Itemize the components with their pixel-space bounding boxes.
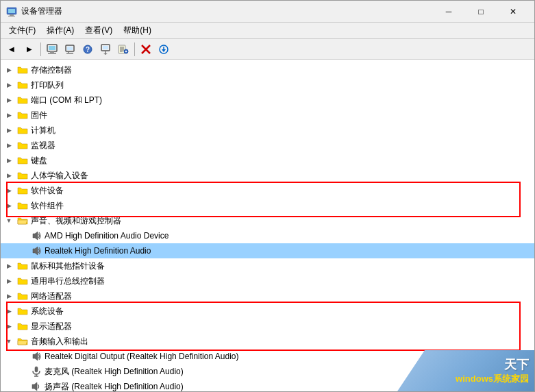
device-icon bbox=[17, 95, 28, 106]
device-tree[interactable]: 存储控制器 打印队列 端口 (COM 和 LPT) 固件 计算机 监视器 键盘 … bbox=[1, 60, 534, 391]
expand-arrow bbox=[3, 77, 14, 93]
expand-arrow bbox=[3, 304, 14, 319]
window-title: 设备管理器 bbox=[21, 5, 433, 17]
toolbar-btn-2[interactable] bbox=[62, 41, 78, 58]
back-button[interactable]: ◀ bbox=[3, 41, 20, 58]
svg-rect-15 bbox=[103, 46, 108, 49]
toolbar-btn-4[interactable] bbox=[115, 41, 132, 58]
tree-item-keyboard[interactable]: 键盘 bbox=[1, 153, 534, 168]
app-icon bbox=[6, 6, 17, 17]
forward-button[interactable]: ▶ bbox=[21, 41, 38, 58]
device-label: 软件组件 bbox=[31, 200, 532, 212]
expand-arrow bbox=[3, 289, 14, 304]
tree-item-display[interactable]: 显示适配器 bbox=[1, 319, 534, 334]
svg-marker-33 bbox=[33, 352, 38, 360]
close-button[interactable]: ✕ bbox=[497, 1, 529, 22]
device-manager-window: 设备管理器 ─ □ ✕ 文件(F) 操作(A) 查看(V) 帮助(H) ◀ ▶ bbox=[0, 0, 535, 392]
toolbar-icon-1 bbox=[47, 44, 58, 55]
separator-1 bbox=[40, 42, 41, 56]
device-label: 端口 (COM 和 LPT) bbox=[31, 95, 532, 106]
window-controls: ─ □ ✕ bbox=[433, 1, 529, 22]
help-icon: ? bbox=[82, 44, 93, 55]
device-label: Realtek High Definition Audio bbox=[45, 246, 532, 256]
expand-arrow bbox=[3, 168, 14, 183]
device-icon bbox=[17, 291, 28, 302]
tree-item-printer[interactable]: 打印队列 bbox=[1, 77, 534, 93]
device-icon bbox=[17, 155, 28, 166]
device-icon bbox=[17, 125, 28, 136]
svg-rect-34 bbox=[35, 367, 38, 372]
device-label: 音频输入和输出 bbox=[31, 336, 532, 347]
device-icon bbox=[17, 275, 28, 286]
minimize-button[interactable]: ─ bbox=[433, 1, 464, 22]
device-label: 软件设备 bbox=[31, 185, 532, 197]
tree-item-system[interactable]: 系统设备 bbox=[1, 304, 534, 319]
toolbar-icon-2 bbox=[64, 44, 75, 55]
device-icon bbox=[17, 260, 28, 271]
tree-item-computer[interactable]: 计算机 bbox=[1, 123, 534, 138]
device-icon bbox=[17, 336, 28, 347]
menu-bar: 文件(F) 操作(A) 查看(V) 帮助(H) bbox=[1, 23, 534, 39]
device-label: AMD High Definition Audio Device bbox=[45, 231, 532, 241]
device-label: 声音、视频和游戏控制器 bbox=[31, 215, 532, 227]
svg-marker-31 bbox=[33, 232, 38, 240]
delete-button[interactable] bbox=[138, 41, 154, 58]
tree-item-usb_serial[interactable]: 通用串行总线控制器 bbox=[1, 273, 534, 289]
main-content: 存储控制器 打印队列 端口 (COM 和 LPT) 固件 计算机 监视器 键盘 … bbox=[1, 60, 534, 391]
device-icon bbox=[31, 245, 42, 256]
device-icon bbox=[31, 366, 42, 377]
toolbar-icon-4 bbox=[118, 44, 129, 55]
menu-file[interactable]: 文件(F) bbox=[3, 23, 41, 38]
device-label: 键盘 bbox=[31, 155, 532, 167]
svg-marker-30 bbox=[162, 49, 166, 52]
tree-item-amd_audio[interactable]: AMD High Definition Audio Device bbox=[1, 228, 534, 243]
watermark: 天下 windows系统家园 bbox=[397, 350, 534, 391]
menu-action[interactable]: 操作(A) bbox=[41, 23, 79, 38]
device-icon bbox=[17, 306, 28, 317]
device-icon bbox=[17, 140, 28, 151]
toolbar-icon-3 bbox=[100, 44, 111, 55]
tree-item-monitor[interactable]: 监视器 bbox=[1, 138, 534, 153]
tree-item-audio_io[interactable]: 音频输入和输出 bbox=[1, 334, 534, 349]
menu-help[interactable]: 帮助(H) bbox=[118, 23, 157, 38]
tree-item-realtek_audio[interactable]: Realtek High Definition Audio bbox=[1, 243, 534, 258]
tree-item-hid[interactable]: 人体学输入设备 bbox=[1, 168, 534, 183]
tree-item-software_comp[interactable]: 软件组件 bbox=[1, 198, 534, 213]
toolbar-btn-3[interactable] bbox=[97, 41, 114, 58]
tree-item-mouse[interactable]: 鼠标和其他指针设备 bbox=[1, 258, 534, 273]
device-label: 人体学输入设备 bbox=[31, 170, 532, 182]
delete-icon bbox=[140, 44, 151, 55]
tree-item-audio[interactable]: 声音、视频和游戏控制器 bbox=[1, 213, 534, 228]
tree-item-software_dev[interactable]: 软件设备 bbox=[1, 183, 534, 198]
tree-item-port[interactable]: 端口 (COM 和 LPT) bbox=[1, 93, 534, 108]
device-label: 固件 bbox=[31, 110, 532, 121]
svg-rect-7 bbox=[48, 53, 56, 54]
device-icon bbox=[17, 200, 28, 211]
watermark-en-suffix: 系统家园 bbox=[493, 373, 529, 384]
maximize-button[interactable]: □ bbox=[465, 1, 497, 22]
svg-rect-5 bbox=[49, 46, 55, 50]
download-icon bbox=[158, 44, 169, 55]
svg-rect-11 bbox=[66, 53, 73, 54]
download-button[interactable] bbox=[155, 41, 172, 58]
svg-rect-1 bbox=[8, 9, 15, 13]
title-bar: 设备管理器 ─ □ ✕ bbox=[1, 1, 534, 23]
menu-view[interactable]: 查看(V) bbox=[79, 23, 118, 38]
device-label: 网络适配器 bbox=[31, 291, 532, 302]
device-label: 打印队列 bbox=[31, 79, 532, 91]
device-label: 显示适配器 bbox=[31, 321, 532, 332]
tree-item-storage[interactable]: 存储控制器 bbox=[1, 62, 534, 77]
expand-arrow bbox=[3, 138, 14, 153]
tree-item-network[interactable]: 网络适配器 bbox=[1, 289, 534, 304]
svg-marker-37 bbox=[32, 382, 37, 391]
toolbar-btn-help[interactable]: ? bbox=[79, 41, 96, 58]
device-label: 鼠标和其他指针设备 bbox=[31, 260, 532, 272]
expand-arrow bbox=[3, 123, 14, 138]
toolbar: ◀ ▶ ? bbox=[1, 39, 534, 60]
device-icon bbox=[31, 351, 42, 362]
toolbar-btn-1[interactable] bbox=[44, 41, 60, 58]
device-icon bbox=[31, 381, 42, 391]
device-icon bbox=[17, 64, 28, 75]
svg-rect-6 bbox=[50, 51, 54, 53]
tree-item-firmware[interactable]: 固件 bbox=[1, 108, 534, 123]
